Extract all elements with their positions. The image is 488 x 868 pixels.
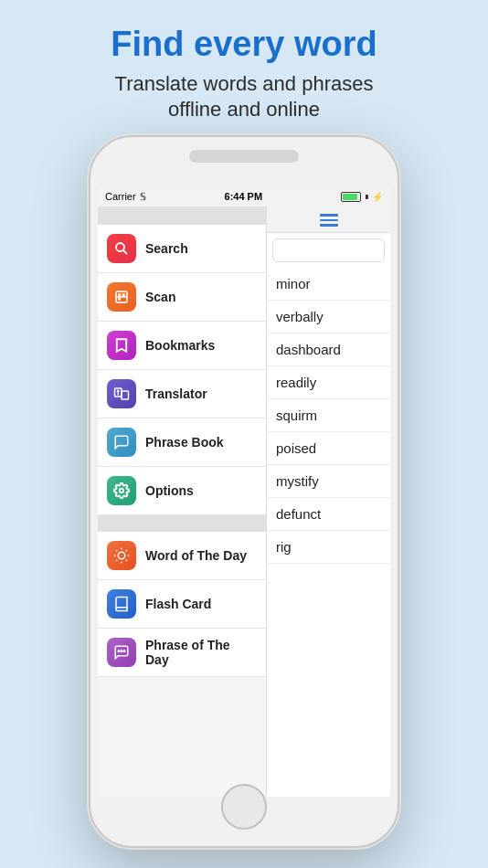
list-item[interactable]: defunct: [267, 498, 390, 531]
battery-icon: [341, 192, 361, 202]
search-icon: [107, 234, 136, 263]
sidebar-header-divider: [98, 206, 266, 225]
sidebar-item-options[interactable]: Options: [98, 467, 266, 515]
options-icon: [107, 476, 136, 505]
status-battery: ⚡: [341, 192, 383, 202]
sidebar-label-translator: Translator: [145, 386, 207, 401]
scan-icon: [107, 282, 136, 312]
sidebar-section-gap: [98, 515, 266, 532]
svg-point-11: [120, 489, 124, 493]
svg-point-23: [123, 651, 125, 652]
phrasebook-icon: [107, 428, 136, 457]
sidebar-label-phraseofday: Phrase of The Day: [145, 638, 257, 667]
search-bar[interactable]: [272, 238, 385, 262]
list-item[interactable]: squirm: [267, 399, 390, 432]
charging-bolt: ⚡: [372, 192, 383, 202]
right-panel-header: [267, 206, 390, 233]
status-time: 6:44 PM: [225, 191, 263, 202]
battery-fill: [343, 194, 357, 200]
phraseofday-icon: [107, 638, 136, 667]
list-item[interactable]: poised: [267, 432, 390, 465]
svg-rect-5: [122, 293, 125, 296]
list-item[interactable]: mystify: [267, 465, 390, 498]
svg-point-22: [118, 651, 120, 652]
hamburger-line-1: [320, 214, 338, 217]
sidebar-item-scan[interactable]: Scan: [98, 273, 266, 322]
sidebar-label-scan: Scan: [145, 290, 175, 304]
svg-line-15: [116, 550, 117, 551]
flashcard-icon: [107, 589, 136, 619]
list-item[interactable]: readily: [267, 366, 390, 399]
svg-point-21: [121, 651, 122, 652]
status-bar: Carrier 𝕊 6:44 PM ⚡: [98, 186, 390, 206]
hamburger-line-2: [320, 219, 338, 222]
sidebar-item-search[interactable]: Search: [98, 225, 266, 273]
translator-icon: [107, 379, 136, 408]
sidebar: Search Scan Bookmarks Translator Phrase …: [98, 206, 267, 797]
sidebar-label-options: Options: [145, 483, 194, 498]
headline: Find every word: [0, 26, 488, 64]
secondary-menu-items: Word of The Day Flash Card Phrase of The…: [98, 532, 266, 677]
status-carrier: Carrier 𝕊: [105, 191, 146, 203]
sidebar-item-phraseofday[interactable]: Phrase of The Day: [98, 629, 266, 677]
bookmarks-icon: [107, 331, 136, 360]
svg-rect-4: [118, 293, 121, 296]
hamburger-button[interactable]: [320, 214, 338, 227]
word-list: minorverballydashboardreadilysquirmpoise…: [267, 268, 390, 798]
sidebar-label-bookmarks: Bookmarks: [145, 338, 215, 353]
list-item[interactable]: minor: [267, 268, 390, 301]
sidebar-item-bookmarks[interactable]: Bookmarks: [98, 322, 266, 370]
svg-line-16: [126, 560, 127, 561]
sidebar-label-search: Search: [145, 241, 188, 256]
wordofday-icon: [107, 541, 136, 570]
list-item[interactable]: rig: [267, 531, 390, 564]
list-item[interactable]: verbally: [267, 301, 390, 333]
sidebar-label-wordofday: Word of The Day: [145, 548, 247, 563]
sidebar-label-flashcard: Flash Card: [145, 597, 211, 611]
sidebar-item-flashcard[interactable]: Flash Card: [98, 580, 266, 629]
sidebar-item-translator[interactable]: Translator: [98, 370, 266, 418]
svg-point-12: [118, 552, 125, 559]
svg-line-20: [126, 550, 127, 551]
main-menu-items: Search Scan Bookmarks Translator Phrase …: [98, 225, 266, 515]
svg-point-0: [116, 243, 124, 251]
svg-line-1: [123, 250, 127, 254]
sidebar-item-wordofday[interactable]: Word of The Day: [98, 532, 266, 580]
wifi-icon: 𝕊: [140, 191, 146, 203]
hamburger-line-3: [320, 224, 338, 227]
header-section: Find every word Translate words and phra…: [0, 0, 488, 140]
svg-line-19: [116, 560, 117, 561]
phone-home-button[interactable]: [221, 784, 267, 830]
svg-rect-6: [118, 298, 121, 301]
subheadline: Translate words and phrases offline and …: [0, 71, 488, 123]
right-panel: minorverballydashboardreadilysquirmpoise…: [267, 206, 390, 797]
phone-frame: Carrier 𝕊 6:44 PM ⚡ Search: [89, 135, 399, 848]
phone-speaker: [189, 150, 299, 163]
list-item[interactable]: dashboard: [267, 333, 390, 366]
svg-rect-8: [122, 391, 129, 399]
search-input[interactable]: [279, 239, 390, 261]
phone-screen: Carrier 𝕊 6:44 PM ⚡ Search: [98, 186, 390, 797]
battery-tip: [366, 195, 368, 199]
sidebar-label-phrasebook: Phrase Book: [145, 435, 224, 450]
screen-content: Search Scan Bookmarks Translator Phrase …: [98, 206, 390, 797]
sidebar-item-phrasebook[interactable]: Phrase Book: [98, 418, 266, 467]
